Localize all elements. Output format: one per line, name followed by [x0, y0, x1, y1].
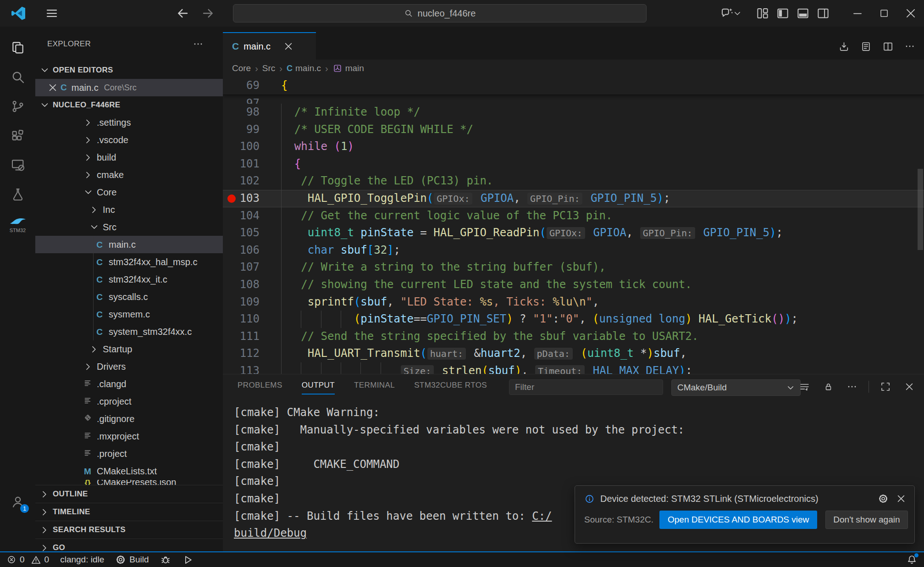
- code-line-100[interactable]: 100while (1): [223, 138, 924, 156]
- tree-file-stm32f4xx-hal-msp-c[interactable]: Cstm32f4xx_hal_msp.c: [35, 253, 223, 271]
- tree-folder-inc[interactable]: Inc: [35, 201, 223, 218]
- more-actions-icon[interactable]: [193, 39, 204, 50]
- activity-stm32-icon[interactable]: STM32: [0, 209, 35, 239]
- close-button[interactable]: [897, 0, 924, 27]
- maximize-button[interactable]: [871, 0, 897, 27]
- breadcrumb-item-main-c[interactable]: Cmain.c: [287, 63, 321, 73]
- tree-folder-src[interactable]: Src: [35, 218, 223, 236]
- project-root-header[interactable]: NUCLEO_F446RE: [35, 96, 223, 114]
- code-line-104[interactable]: 104// Get the current logic value of the…: [223, 207, 924, 225]
- tree-file-sysmem-c[interactable]: Csysmem.c: [35, 306, 223, 323]
- output-link[interactable]: C:/: [532, 510, 552, 523]
- run-button[interactable]: [182, 554, 194, 566]
- tree-folder--settings[interactable]: .settings: [35, 114, 223, 131]
- activity-extensions-icon[interactable]: [0, 121, 35, 150]
- command-center-search[interactable]: nucleo_f446re: [233, 4, 647, 22]
- close-icon[interactable]: [48, 83, 58, 93]
- tree-file-main-c[interactable]: Cmain.c: [35, 236, 223, 253]
- line-number[interactable]: 110: [223, 311, 268, 328]
- clangd-status[interactable]: clangd: idle: [60, 555, 104, 565]
- toggle-sidebar-left-icon[interactable]: [773, 3, 793, 23]
- tree-file-syscalls-c[interactable]: Csyscalls.c: [35, 288, 223, 306]
- code-line-69[interactable]: 69{: [223, 77, 924, 95]
- activity-source-control-icon[interactable]: [0, 92, 35, 121]
- line-number[interactable]: 112: [223, 345, 268, 362]
- tree-file--cproject[interactable]: .cproject: [35, 393, 223, 410]
- editor-scrollbar[interactable]: [918, 169, 923, 250]
- tree-file--gitignore[interactable]: .gitignore: [35, 410, 223, 428]
- tab-main-c[interactable]: C main.c: [223, 32, 316, 60]
- open-changes-icon[interactable]: [858, 39, 874, 54]
- chevron-down-icon[interactable]: [733, 9, 741, 17]
- minimize-button[interactable]: [844, 0, 871, 27]
- tree-file-cmakelists-txt[interactable]: MCMakeLists.txt: [35, 462, 223, 480]
- tree-file--project[interactable]: .project: [35, 445, 223, 462]
- tree-folder-build[interactable]: build: [35, 149, 223, 166]
- open-devices-boards-button[interactable]: Open DEVICES AND BOARDS view: [659, 511, 817, 529]
- close-notification-icon[interactable]: [896, 493, 906, 504]
- section-go[interactable]: GO: [35, 539, 223, 551]
- line-number[interactable]: 101: [223, 156, 268, 173]
- output-wrap-icon[interactable]: [797, 379, 812, 394]
- code-line-109[interactable]: 109sprintf(sbuf, "LED State: %s, Ticks: …: [223, 294, 924, 311]
- line-number[interactable]: 99: [223, 121, 268, 139]
- panel-tab-problems[interactable]: PROBLEMS: [238, 381, 282, 395]
- code-line-112[interactable]: 112HAL_UART_Transmit(huart: &huart2, pDa…: [223, 345, 924, 362]
- section-search-results[interactable]: SEARCH RESULTS: [35, 521, 223, 539]
- panel-tab-terminal[interactable]: TERMINAL: [354, 381, 395, 395]
- code-line-102[interactable]: 102// Toggle the LED (PC13) pin.: [223, 172, 924, 190]
- activity-explorer-icon[interactable]: [0, 33, 35, 62]
- code-line-111[interactable]: 111// Send the string specified by the s…: [223, 328, 924, 345]
- code-line-99[interactable]: 99/* USER CODE BEGIN WHILE */: [223, 121, 924, 139]
- panel-tab-output[interactable]: OUTPUT: [302, 381, 335, 395]
- debug-button[interactable]: [160, 554, 171, 565]
- back-button[interactable]: [176, 6, 189, 20]
- tree-folder--vscode[interactable]: .vscode: [35, 131, 223, 149]
- panel-tab-stm32cube-rtos[interactable]: STM32CUBE RTOS: [414, 381, 487, 395]
- tree-folder-startup[interactable]: Startup: [35, 340, 223, 358]
- breadcrumb-item-core[interactable]: Core: [232, 63, 251, 73]
- code-line-98[interactable]: 98/* Infinite loop */: [223, 104, 924, 121]
- code-line-110[interactable]: 110(pinState==GPIO_PIN_SET) ? "1":"0", (…: [223, 311, 924, 328]
- open-editors-header[interactable]: OPEN EDITORS: [35, 61, 223, 79]
- line-number[interactable]: 107: [223, 259, 268, 276]
- tree-folder-drivers[interactable]: Drivers: [35, 358, 223, 375]
- line-number[interactable]: 102: [223, 172, 268, 190]
- more-actions-icon[interactable]: [902, 39, 918, 54]
- section-outline[interactable]: OUTLINE: [35, 485, 223, 503]
- tree-folder-core[interactable]: Core: [35, 183, 223, 201]
- tree-file-stm32f4xx-it-c[interactable]: Cstm32f4xx_it.c: [35, 271, 223, 288]
- tree-file--mxproject[interactable]: .mxproject: [35, 428, 223, 445]
- activity-testing-icon[interactable]: [0, 180, 35, 209]
- code-line-partial[interactable]: 97: [223, 95, 924, 104]
- code-line-107[interactable]: 107// Write a string to the string buffe…: [223, 259, 924, 276]
- line-number[interactable]: 97: [223, 95, 268, 104]
- line-number[interactable]: 100: [223, 138, 268, 156]
- line-number[interactable]: 105: [223, 224, 268, 242]
- more-actions-icon[interactable]: [845, 379, 859, 394]
- line-number[interactable]: 98: [223, 104, 268, 121]
- forward-button[interactable]: [201, 6, 215, 20]
- output-link[interactable]: build/Debug: [234, 527, 307, 539]
- dont-show-again-button[interactable]: Don't show again: [825, 511, 907, 529]
- code-line-101[interactable]: 101{: [223, 156, 924, 173]
- code-editor[interactable]: 69{9798/* Infinite loop */99/* USER CODE…: [223, 77, 924, 374]
- code-line-113[interactable]: 113Size: strlen(sbuf), Timeout: HAL_MAX_…: [223, 362, 924, 374]
- export-icon[interactable]: [836, 39, 852, 54]
- activity-settings-icon[interactable]: [0, 517, 35, 546]
- menu-icon[interactable]: [45, 6, 59, 20]
- line-number[interactable]: 109: [223, 294, 268, 311]
- line-number[interactable]: 106: [223, 242, 268, 259]
- maximize-panel-icon[interactable]: [878, 379, 893, 394]
- activity-search-icon[interactable]: [0, 62, 35, 92]
- breakpoint-dot[interactable]: [227, 195, 236, 203]
- tree-file-cmakepresets-json[interactable]: {}CMakePresets.json: [35, 480, 223, 485]
- toggle-sidebar-right-icon[interactable]: [813, 3, 833, 23]
- line-number[interactable]: 104: [223, 207, 268, 225]
- cmake-build-button[interactable]: Build: [115, 554, 149, 565]
- tree-file-system-stm32f4xx-c[interactable]: Csystem_stm32f4xx.c: [35, 323, 223, 340]
- breadcrumb-item-main[interactable]: main: [332, 63, 364, 73]
- activity-remote-explorer-icon[interactable]: [0, 150, 35, 180]
- output-channel-select[interactable]: CMake/Build: [671, 379, 801, 396]
- line-number[interactable]: 108: [223, 276, 268, 294]
